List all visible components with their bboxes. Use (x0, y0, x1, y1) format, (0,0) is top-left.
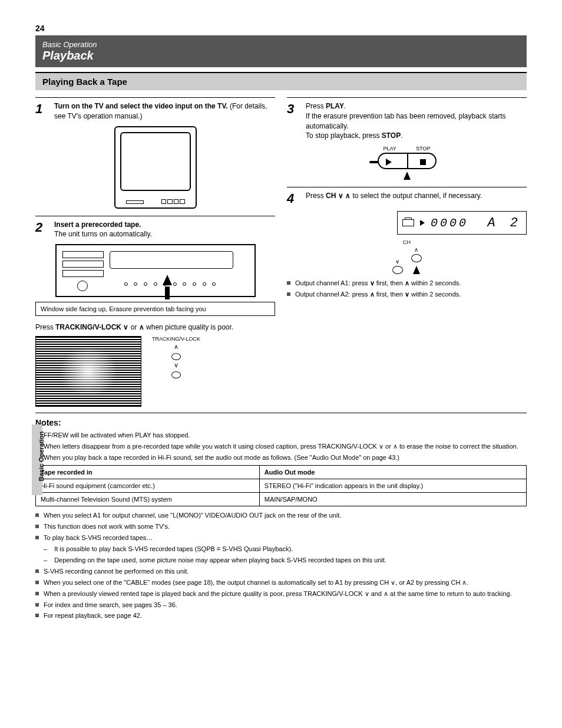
play-icon (386, 159, 392, 166)
note-item: When a previously viewed rented tape is … (35, 589, 527, 599)
chevron-up-icon: ∧ (174, 343, 178, 351)
lcd-counter: 0000 (431, 216, 468, 230)
step-3-play-key: PLAY (326, 102, 344, 110)
step-4: 4 Press CH ∨ ∧ to select the output chan… (287, 187, 527, 299)
vcr-illustration (35, 244, 275, 297)
play-stop-illustration: PLAY STOP (287, 146, 527, 180)
bullet-icon (287, 292, 290, 296)
note-item: When you play back a tape recorded in Hi… (35, 453, 527, 463)
b1c: within 2 seconds. (409, 279, 461, 286)
step-2-caption: Window side facing up, Erasure preventio… (35, 302, 275, 316)
bullet-icon (35, 536, 39, 539)
tracking-when: when picture quality is poor. (146, 323, 233, 331)
notes-section: Notes: FF/REW will be activated when PLA… (35, 413, 527, 621)
step-4-bullet-a2: Output channel A2: press ∧ first, then ∨… (287, 290, 527, 299)
bullet-icon (35, 614, 39, 617)
step-4-bullet-a1: Output channel A1: press ∨ first, then ∧… (287, 279, 527, 288)
step-3-number: 3 (287, 101, 301, 141)
table-header: Tape recorded in (36, 466, 260, 479)
tracking-note: Press TRACKING/V-LOCK ∨ or ∧ when pictur… (35, 323, 275, 331)
bullet-icon (35, 569, 39, 573)
bullet-icon (35, 581, 39, 584)
table-header: Audio Out mode (259, 466, 526, 479)
tv-illustration (35, 126, 275, 209)
lcd-channel: A 2 (487, 216, 521, 230)
header-category: Basic Operation (42, 40, 520, 49)
chevron-down-icon: ∨ (174, 361, 178, 369)
note-text: S-VHS recording cannot be performed on t… (44, 567, 527, 577)
note-text: FF/REW will be activated when PLAY has s… (44, 431, 527, 440)
step-4-ch-key: CH (326, 192, 336, 200)
arrow-up-icon (413, 266, 420, 274)
note-text: To play back S-VHS recorded tapes… (44, 533, 527, 543)
header-title: Playback (42, 49, 520, 62)
step-4-text: Press CH ∨ ∧ to select the output channe… (306, 191, 527, 206)
bullet-icon (287, 281, 290, 285)
insert-arrow-icon (163, 275, 172, 299)
note-sub-text: Depending on the tape used, some picture… (54, 556, 527, 565)
b1a: Output channel A1: press (295, 279, 370, 286)
play-label: PLAY (384, 146, 396, 151)
note-text: When letters disappear from a pre-record… (44, 442, 527, 452)
table-cell: MAIN/SAP/MONO (259, 493, 526, 506)
chevron-down-icon: ∨ (395, 258, 399, 265)
ch-up-button[interactable]: ∧ (411, 246, 422, 274)
tracking-up-button[interactable]: ∧ (171, 343, 181, 360)
note-item: FF/REW will be activated when PLAY has s… (35, 431, 527, 440)
note-text: For index and time search, see pages 35 … (44, 601, 527, 610)
note-item: To play back S-VHS recorded tapes… (35, 533, 527, 543)
note-item: When you select A1 for output channel, u… (35, 511, 527, 521)
tracking-or: or (131, 323, 137, 331)
b1b: first, then (375, 279, 405, 286)
note-sub-item: – It is possible to play back S-VHS reco… (44, 545, 527, 554)
ch-down-button[interactable]: ∨ (392, 258, 403, 274)
note-item: When you select one of the "CABLE" modes… (35, 578, 527, 588)
step-2-bold: Insert a prerecorded tape. (54, 220, 141, 229)
cassette-icon (402, 219, 414, 226)
notes-title: Notes: (35, 418, 527, 427)
tracking-label: TRACKING/V-LOCK (152, 336, 200, 342)
note-sub-text: It is possible to play back S-VHS record… (54, 545, 527, 554)
note-sub-item: – Depending on the tape used, some pictu… (44, 556, 527, 565)
step-1-number: 1 (35, 101, 49, 121)
b2c: within 2 seconds. (409, 291, 461, 298)
tracking-key: TRACKING/V-LOCK (55, 323, 121, 331)
step-3-press: Press (306, 102, 324, 110)
chevron-up-icon: ∧ (414, 246, 418, 253)
audio-mode-table: Tape recorded in Audio Out mode Hi-Fi so… (35, 465, 527, 506)
step-2: 2 Insert a prerecorded tape. The unit tu… (35, 216, 275, 317)
step-3: 3 Press PLAY. If the erasure prevention … (287, 97, 527, 180)
note-text: When you select A1 for output channel, u… (44, 511, 527, 521)
header-bar: Basic Operation Playback (35, 35, 527, 67)
step-4-detail: to select the output channel, if necessa… (352, 192, 482, 200)
bullet-icon (35, 603, 39, 607)
bullet-icon (35, 513, 39, 517)
stop-icon (420, 159, 426, 165)
ch-buttons-illustration: CH ∨ ∧ (287, 239, 527, 274)
table-cell: Multi-channel Television Sound (MTS) sys… (36, 493, 260, 506)
lcd-illustration: 0000 A 2 (287, 211, 527, 235)
page-number: 24 (35, 24, 45, 33)
note-text: For repeat playback, see page 42. (44, 611, 527, 621)
side-tab-label: Basic Operation (38, 427, 45, 486)
tracking-illustration-row: TRACKING/V-LOCK ∧ ∨ (35, 336, 275, 407)
note-item: S-VHS recording cannot be performed on t… (35, 567, 527, 577)
play-indicator-icon (420, 220, 425, 226)
table-cell: Hi-Fi sound equipment (camcorder etc.) (36, 479, 260, 493)
step-1: 1 Turn on the TV and select the video in… (35, 97, 275, 209)
note-item: This function does not work with some TV… (35, 522, 527, 532)
note-text: When you select one of the "CABLE" modes… (44, 578, 527, 588)
step-1-bold: Turn on the TV and select the video inpu… (54, 102, 228, 110)
subheader: Playing Back a Tape (35, 72, 527, 90)
step-1-text: Turn on the TV and select the video inpu… (54, 101, 275, 121)
step-2-detail: The unit turns on automatically. (54, 230, 152, 238)
tracking-down-button[interactable]: ∨ (171, 361, 181, 378)
bullet-icon (35, 592, 39, 595)
stop-label: STOP (416, 146, 430, 151)
note-item: For index and time search, see pages 35 … (35, 601, 527, 610)
lcd-display: 0000 A 2 (397, 211, 527, 235)
table-cell: STEREO ("Hi-Fi" indication appears in th… (259, 479, 526, 493)
play-stop-button[interactable] (378, 153, 437, 169)
noisy-picture-illustration (35, 336, 141, 407)
note-text: When a previously viewed rented tape is … (44, 589, 527, 599)
